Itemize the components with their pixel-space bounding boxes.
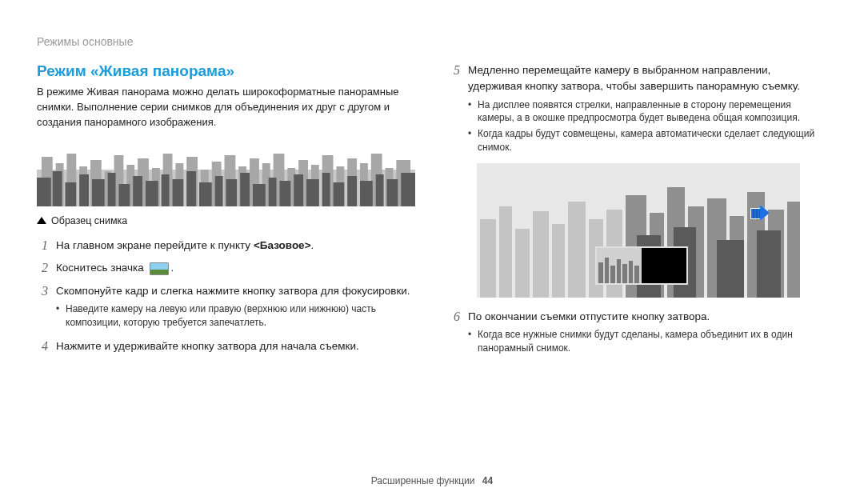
caption-text: Образец снимка [51, 215, 127, 226]
svg-rect-56 [360, 181, 373, 206]
svg-rect-44 [199, 182, 212, 206]
step-number: 5 [449, 62, 460, 157]
step-bold: <Базовое> [254, 239, 311, 251]
svg-rect-87 [622, 264, 627, 283]
svg-rect-41 [162, 174, 170, 206]
step-text-post: . [311, 239, 314, 251]
step-body: Медленно перемещайте камеру в выбранном … [468, 62, 827, 157]
step-body: Нажмите и удерживайте кнопку затвора для… [56, 338, 415, 355]
svg-rect-37 [108, 173, 116, 206]
step-3: 3 Скомпонуйте кадр и слегка нажмите кноп… [37, 283, 415, 332]
step-text: Нажмите и удерживайте кнопку затвора для… [56, 340, 359, 352]
sub-list: Наведите камеру на левую или правую (вер… [56, 302, 415, 330]
svg-rect-54 [334, 182, 345, 206]
steps-list-left: 1 На главном экране перейдите к пункту <… [37, 238, 415, 355]
step-2: 2 Коснитесь значка . [37, 260, 415, 277]
step-number: 3 [37, 283, 48, 332]
svg-rect-51 [294, 174, 303, 206]
camera-screen-illustration [477, 163, 800, 298]
page-number: 44 [482, 475, 493, 486]
svg-rect-49 [269, 178, 277, 206]
svg-rect-45 [215, 176, 223, 206]
steps-list-right-cont: 6 По окончании съемки отпустите кнопку з… [449, 309, 827, 358]
svg-rect-46 [226, 179, 238, 206]
preview-frame [595, 246, 688, 285]
svg-rect-57 [376, 174, 384, 206]
steps-list-right: 5 Медленно перемещайте камеру в выбранно… [449, 62, 827, 157]
step-number: 2 [37, 260, 48, 277]
step-body: Коснитесь значка . [56, 260, 415, 277]
svg-rect-85 [610, 266, 615, 283]
triangle-up-icon [37, 217, 46, 224]
svg-rect-90 [642, 248, 686, 283]
step-1: 1 На главном экране перейдите к пункту <… [37, 238, 415, 254]
step-5: 5 Медленно перемещайте камеру в выбранно… [449, 62, 827, 157]
sub-list: Когда все нужные снимки будут сделаны, к… [468, 328, 827, 355]
svg-rect-35 [79, 174, 89, 206]
step-text: Медленно перемещайте камеру в выбранном … [468, 64, 800, 92]
breadcrumb: Режимы основные [37, 35, 827, 48]
svg-rect-42 [172, 179, 183, 206]
sub-item: Когда кадры будут совмещены, камера авто… [468, 127, 827, 154]
svg-rect-43 [186, 171, 196, 206]
skyline-illustration [37, 139, 415, 206]
svg-rect-40 [146, 181, 158, 206]
svg-rect-34 [65, 182, 76, 206]
step-text: Скомпонуйте кадр и слегка нажмите кнопку… [56, 285, 410, 297]
sub-item: Когда все нужные снимки будут сделаны, к… [468, 328, 827, 355]
step-text: По окончании съемки отпустите кнопку зат… [468, 310, 710, 322]
step-body: По окончании съемки отпустите кнопку зат… [468, 309, 827, 358]
section-title: Режим «Живая панорама» [37, 62, 415, 80]
sub-item: Наведите камеру на левую или правую (вер… [56, 302, 415, 330]
step-text: Коснитесь значка [56, 262, 147, 274]
direction-arrow-icon [750, 205, 771, 221]
sub-list: На дисплее появятся стрелки, направленны… [468, 98, 827, 154]
step-4: 4 Нажмите и удерживайте кнопку затвора д… [37, 338, 415, 355]
svg-rect-53 [322, 173, 330, 206]
svg-rect-81 [757, 230, 781, 298]
svg-rect-32 [37, 178, 51, 206]
preview-skyline-icon [597, 248, 686, 283]
step-number: 4 [37, 338, 48, 355]
svg-rect-80 [717, 240, 744, 298]
svg-rect-61 [480, 219, 496, 298]
svg-rect-59 [401, 173, 415, 206]
svg-rect-62 [499, 206, 512, 298]
step-body: На главном экране перейдите к пункту <Ба… [56, 238, 415, 254]
panorama-icon [150, 262, 169, 275]
svg-rect-64 [533, 211, 549, 298]
page: Режимы основные Режим «Живая панорама» В… [0, 0, 864, 504]
svg-rect-84 [605, 258, 609, 283]
svg-rect-55 [347, 176, 357, 206]
svg-rect-66 [568, 202, 586, 298]
svg-rect-88 [629, 261, 633, 283]
sub-item: На дисплее появятся стрелки, направленны… [468, 98, 827, 126]
svg-rect-52 [306, 179, 319, 206]
step-number: 6 [449, 309, 460, 358]
sample-caption: Образец снимка [37, 215, 415, 226]
svg-rect-47 [240, 173, 250, 206]
svg-rect-77 [787, 202, 800, 298]
footer-label: Расширенные функции [371, 475, 475, 486]
svg-rect-36 [92, 179, 105, 206]
two-column-layout: Режим «Живая панорама» В режиме Живая па… [37, 62, 827, 364]
svg-rect-39 [133, 176, 142, 206]
svg-rect-33 [53, 171, 62, 206]
step-text: На главном экране перейдите к пункту [56, 239, 254, 251]
step-6: 6 По окончании съемки отпустите кнопку з… [449, 309, 827, 358]
left-column: Режим «Живая панорама» В режиме Живая па… [37, 62, 415, 364]
right-column: 5 Медленно перемещайте камеру в выбранно… [449, 62, 827, 364]
step-text-post: . [171, 262, 174, 274]
sample-image [37, 137, 415, 209]
intro-paragraph: В режиме Живая панорама можно делать шир… [37, 85, 415, 130]
svg-rect-58 [387, 179, 398, 206]
svg-rect-89 [634, 266, 639, 283]
step-number: 1 [37, 238, 48, 254]
footer: Расширенные функции 44 [0, 475, 864, 486]
svg-rect-86 [617, 259, 621, 283]
svg-rect-50 [280, 181, 291, 206]
svg-rect-48 [253, 184, 266, 206]
step-body: Скомпонуйте кадр и слегка нажмите кнопку… [56, 283, 415, 332]
svg-rect-83 [598, 262, 603, 283]
svg-rect-65 [552, 224, 565, 298]
